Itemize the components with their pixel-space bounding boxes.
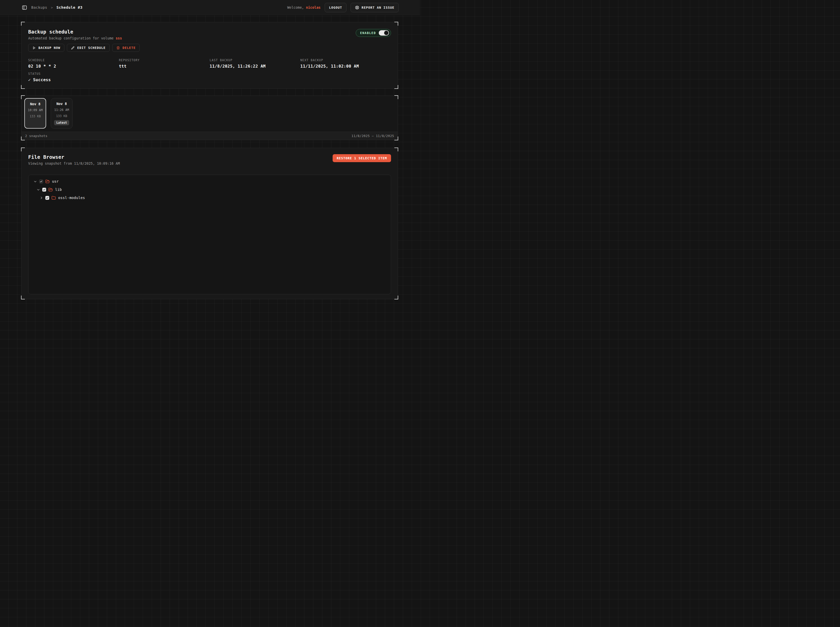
logout-button[interactable]: LOGOUT	[325, 3, 346, 12]
report-issue-button[interactable]: REPORT AN ISSUE	[351, 3, 399, 12]
sidebar-toggle-button[interactable]	[21, 4, 28, 11]
file-tree-panel: usr lib ossl-modules	[28, 175, 391, 294]
welcome-text: Welcome, nicolas	[287, 5, 321, 9]
pencil-icon	[71, 46, 74, 50]
corner-bracket	[21, 85, 25, 89]
schedule-card-subtitle: Automated backup configuration for volum…	[28, 36, 122, 40]
field-value: 11/8/2025, 11:26:22 AM	[210, 64, 300, 69]
status-value: Success	[33, 77, 51, 82]
corner-bracket	[21, 148, 25, 151]
tree-row-usr[interactable]: usr	[31, 177, 388, 186]
volume-name: sss	[115, 36, 122, 40]
chevron-down-icon[interactable]	[36, 188, 40, 191]
snapshot-size: 133 KB	[30, 115, 41, 118]
enabled-toggle[interactable]: ENABLED	[356, 29, 391, 37]
schedule-card-title: Backup schedule	[28, 29, 122, 35]
field-repository: REPOSITORY ttt	[119, 58, 210, 69]
snapshot-card-selected[interactable]: Nov 8 10:09 AM 133 KB	[24, 98, 46, 129]
backup-now-button[interactable]: BACKUP NOW	[28, 44, 64, 52]
field-label: LAST BACKUP	[210, 58, 300, 62]
field-next-backup: NEXT BACKUP 11/11/2025, 11:02:00 AM	[300, 58, 391, 69]
lifebuoy-icon	[355, 5, 359, 10]
field-label: NEXT BACKUP	[300, 58, 391, 62]
tree-row-ossl-modules[interactable]: ossl-modules	[31, 194, 388, 202]
snapshot-size: 133 KB	[56, 114, 67, 118]
page-title: Schedule #3	[56, 5, 82, 9]
trash-icon	[116, 46, 120, 50]
field-status: STATUS ✓ Success	[28, 72, 391, 82]
checkbox-checked[interactable]	[45, 196, 49, 200]
play-icon	[32, 46, 36, 50]
field-label: REPOSITORY	[119, 58, 210, 62]
snapshots-timeline: Nov 8 10:09 AM 133 KB Nov 8 11:26 AM 133…	[21, 96, 398, 140]
field-value: ttt	[119, 64, 210, 69]
corner-bracket	[21, 22, 25, 25]
restore-selected-button[interactable]: RESTORE 1 SELECTED ITEM	[333, 154, 391, 162]
corner-bracket	[395, 137, 398, 140]
folder-icon	[52, 196, 56, 200]
tree-label: lib	[55, 187, 62, 192]
snapshot-date: Nov 8	[30, 102, 41, 106]
chevron-right-icon[interactable]	[40, 196, 43, 200]
file-browser-card: File Browser Viewing snapshot from 11/8/…	[21, 148, 398, 299]
edit-schedule-button[interactable]: EDIT SCHEDULE	[67, 44, 110, 52]
chevron-down-icon[interactable]	[33, 180, 37, 183]
snapshot-time: 11:26 AM	[54, 108, 69, 112]
panel-left-icon	[22, 5, 27, 10]
top-header: Backups > Schedule #3 Welcome, nicolas L…	[0, 0, 420, 15]
snapshot-date-range: 11/8/2025 – 11/8/2025	[352, 134, 394, 138]
corner-bracket	[395, 148, 398, 151]
breadcrumb-separator: >	[51, 6, 53, 9]
corner-bracket	[21, 137, 25, 140]
corner-bracket	[395, 85, 398, 89]
field-last-backup: LAST BACKUP 11/8/2025, 11:26:22 AM	[210, 58, 300, 69]
status-label: STATUS	[28, 72, 391, 76]
snapshot-card[interactable]: Nov 8 11:26 AM 133 KB Latest	[51, 98, 73, 129]
field-value: 11/11/2025, 11:02:00 AM	[300, 64, 391, 69]
checkbox-checked[interactable]	[39, 180, 43, 183]
folder-open-icon	[49, 187, 53, 192]
tree-label: usr	[52, 179, 59, 183]
snapshot-count: 2 snapshots	[25, 134, 47, 138]
field-value: 02 10 * * 2	[28, 64, 119, 69]
folder-open-icon	[45, 179, 50, 184]
tree-label: ossl-modules	[58, 196, 85, 200]
toggle-knob	[384, 31, 388, 35]
delete-button[interactable]: DELETE	[112, 44, 140, 52]
check-icon: ✓	[28, 77, 31, 82]
checkbox-checked[interactable]	[42, 188, 46, 192]
corner-bracket	[21, 95, 25, 99]
enabled-label: ENABLED	[360, 31, 376, 35]
breadcrumb: Backups > Schedule #3	[21, 4, 82, 11]
username: nicolas	[306, 5, 321, 9]
field-schedule: SCHEDULE 02 10 * * 2	[28, 58, 119, 69]
file-browser-title: File Browser	[28, 154, 120, 160]
latest-badge: Latest	[54, 120, 69, 125]
breadcrumb-parent[interactable]: Backups	[31, 5, 47, 9]
snapshot-time: 10:09 AM	[28, 108, 43, 112]
file-browser-subtitle: Viewing snapshot from 11/8/2025, 10:09:1…	[28, 161, 120, 165]
tree-row-lib[interactable]: lib	[31, 186, 388, 194]
corner-bracket	[21, 296, 25, 299]
toggle-switch[interactable]	[379, 30, 389, 36]
corner-bracket	[395, 95, 398, 99]
snapshot-date: Nov 8	[56, 102, 67, 106]
corner-bracket	[395, 296, 398, 299]
field-label: SCHEDULE	[28, 58, 119, 62]
corner-bracket	[395, 22, 398, 25]
backup-schedule-card: Backup schedule Automated backup configu…	[21, 22, 398, 88]
snapshots-footer: 2 snapshots 11/8/2025 – 11/8/2025	[22, 132, 398, 140]
